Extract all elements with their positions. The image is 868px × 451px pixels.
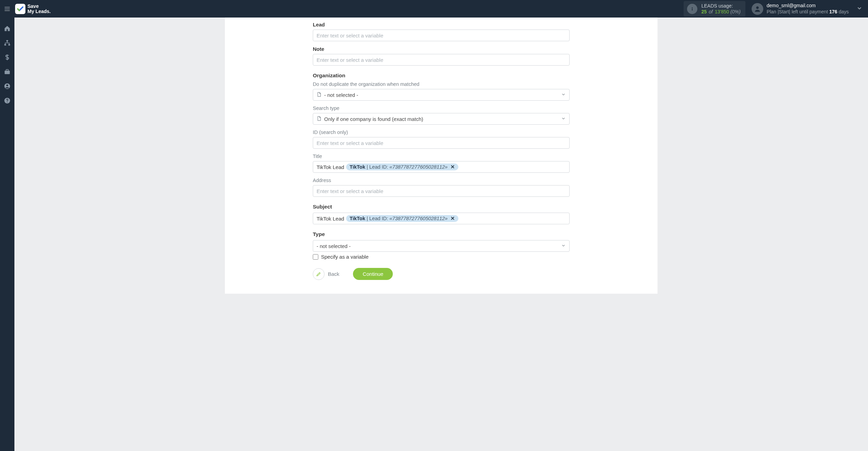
sidebar-account[interactable] (0, 80, 14, 92)
title-prefix: TikTok Lead (317, 164, 344, 170)
svg-rect-7 (4, 44, 6, 45)
remove-pill-icon[interactable]: ✕ (450, 164, 455, 170)
search-type-value: Only if one company is found (exact matc… (324, 116, 423, 122)
chevron-down-icon (561, 116, 566, 122)
back-button[interactable]: Back (313, 268, 339, 280)
user-menu[interactable]: demo_sml@gmail.com Plan |Start| left unt… (752, 3, 849, 15)
sidebar-business[interactable] (0, 66, 14, 78)
subject-section: Subject (313, 204, 570, 210)
pill-value: «7387787277605028112» (389, 216, 447, 221)
topbar: Save My Leads. LEADS usage: 25 of 13'850… (0, 0, 868, 18)
pill-sep: | (367, 164, 368, 170)
organization-section: Organization (313, 72, 570, 79)
note-placeholder: Enter text or select a variable (317, 57, 383, 63)
subject-prefix: TikTok Lead (317, 216, 344, 222)
sidebar-billing[interactable] (0, 51, 14, 64)
continue-button[interactable]: Continue (353, 268, 393, 280)
id-search-label: ID (search only) (313, 129, 570, 135)
file-icon (317, 92, 321, 98)
pill-value: «7387787277605028112» (389, 164, 447, 170)
title-input[interactable]: TikTok Lead TikTok | Lead ID: «738778727… (313, 161, 570, 173)
user-text: demo_sml@gmail.com Plan |Start| left unt… (767, 3, 849, 15)
usage-info[interactable]: LEADS usage: 25 of 13'850 (0%) (684, 1, 745, 17)
form-card: Lead Enter text or select a variable Not… (225, 18, 658, 294)
address-label: Address (313, 178, 570, 183)
duplicate-value: - not selected - (324, 92, 358, 98)
address-input[interactable]: Enter text or select a variable (313, 185, 570, 197)
subject-variable-pill[interactable]: TikTok | Lead ID: «7387787277605028112» … (346, 215, 458, 222)
lead-placeholder: Enter text or select a variable (317, 33, 383, 38)
lead-label: Lead (313, 22, 570, 27)
title-label: Title (313, 154, 570, 159)
lead-input[interactable]: Enter text or select a variable (313, 30, 570, 41)
search-type-label: Search type (313, 105, 570, 111)
type-value: - not selected - (317, 243, 351, 249)
info-icon (687, 4, 697, 14)
svg-rect-4 (692, 8, 693, 10)
duplicate-label: Do not duplicate the organization when m… (313, 81, 570, 87)
sidebar (0, 18, 14, 294)
address-placeholder: Enter text or select a variable (317, 188, 383, 194)
remove-pill-icon[interactable]: ✕ (450, 216, 455, 221)
sidebar-home[interactable] (0, 22, 14, 35)
type-section: Type (313, 231, 570, 237)
file-icon (317, 116, 321, 122)
subject-input[interactable]: TikTok Lead TikTok | Lead ID: «738778727… (313, 213, 570, 224)
specify-variable-checkbox[interactable] (313, 254, 318, 260)
svg-point-5 (756, 6, 758, 9)
pill-label: Lead ID: (369, 164, 388, 170)
menu-toggle[interactable] (2, 4, 12, 14)
logo-mark-icon (15, 4, 25, 14)
svg-rect-8 (8, 44, 10, 45)
svg-point-13 (7, 102, 8, 102)
note-input[interactable]: Enter text or select a variable (313, 54, 570, 66)
note-label: Note (313, 46, 570, 52)
pill-sep: | (367, 216, 368, 221)
svg-rect-9 (5, 71, 10, 74)
expand-user-panel[interactable] (856, 5, 863, 12)
specify-variable-label[interactable]: Specify as a variable (321, 254, 368, 260)
brand-logo[interactable]: Save My Leads. (15, 4, 51, 14)
main-content: Lead Enter text or select a variable Not… (14, 18, 868, 294)
chevron-down-icon (561, 92, 566, 98)
pencil-icon (313, 268, 324, 280)
id-search-input[interactable]: Enter text or select a variable (313, 137, 570, 149)
chevron-down-icon (561, 243, 566, 249)
svg-point-11 (6, 84, 8, 86)
pill-source: TikTok (350, 216, 365, 221)
svg-rect-6 (7, 40, 8, 42)
search-type-select[interactable]: Only if one company is found (exact matc… (313, 113, 570, 125)
id-search-placeholder: Enter text or select a variable (317, 140, 383, 146)
form-actions: Back Continue (313, 268, 570, 280)
brand-text: Save My Leads. (27, 4, 51, 14)
sidebar-connections[interactable] (0, 37, 14, 49)
pill-label: Lead ID: (369, 216, 388, 221)
specify-variable-row: Specify as a variable (313, 254, 570, 260)
title-variable-pill[interactable]: TikTok | Lead ID: «7387787277605028112» … (346, 164, 458, 170)
sidebar-help[interactable] (0, 94, 14, 107)
avatar-icon (752, 3, 763, 15)
svg-point-3 (692, 7, 693, 8)
type-select[interactable]: - not selected - (313, 240, 570, 252)
back-label: Back (328, 271, 339, 277)
pill-source: TikTok (350, 164, 365, 170)
duplicate-select[interactable]: - not selected - (313, 89, 570, 101)
usage-text: LEADS usage: 25 of 13'850 (0%) (701, 3, 741, 15)
